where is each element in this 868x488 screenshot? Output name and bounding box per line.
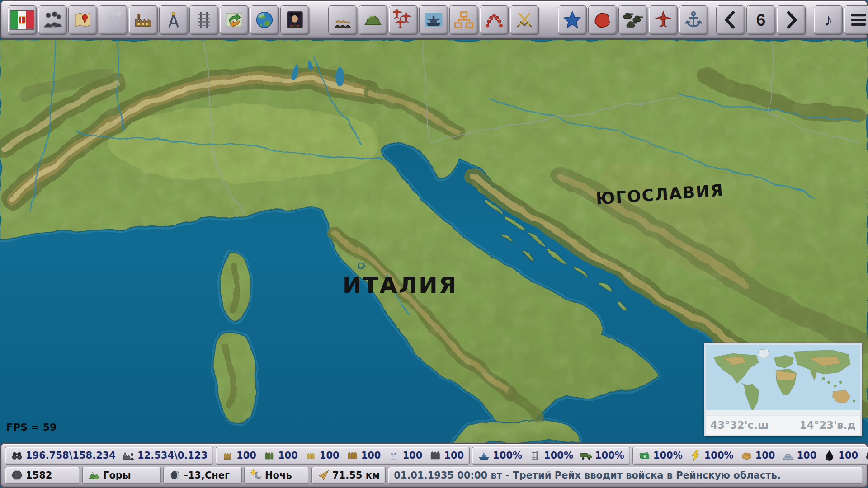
units-button[interactable]: [618, 5, 647, 34]
air-group-button[interactable]: [649, 5, 678, 34]
distance-segment: 71.55 км: [311, 467, 386, 484]
distance-icon: [317, 469, 330, 481]
coordinate-longitude: 14°23'в.д: [800, 419, 856, 431]
stone-icon: [11, 469, 23, 481]
commander-portrait-icon: [284, 9, 305, 30]
turn-prev-button[interactable]: [716, 5, 745, 34]
army-button[interactable]: [328, 5, 357, 34]
stone-stat: 1582: [11, 469, 52, 481]
trade-button[interactable]: [220, 5, 249, 34]
food-value: 100: [755, 450, 775, 461]
road-transport-stat: 100%: [580, 450, 624, 462]
region-blob-icon: [592, 9, 613, 30]
manpower-stat: 196.758\158.234: [11, 450, 116, 462]
electricity-value: 100%: [704, 450, 734, 461]
railway-icon: [193, 9, 214, 30]
italy-flag-icon: [10, 10, 34, 29]
rifle-ammo-icon: [222, 450, 234, 462]
planes-icon: [393, 9, 414, 30]
chevron-left-icon: [720, 9, 741, 30]
commander-button[interactable]: [280, 5, 309, 34]
people-icon: [42, 9, 63, 30]
naval-shells-stat: 100: [387, 450, 422, 462]
distance-stat: 71.55 км: [317, 469, 380, 481]
railways-button[interactable]: [189, 5, 218, 34]
country-label-italy: ИТАЛИЯ: [343, 272, 458, 298]
trade-arrows-icon: [224, 9, 245, 30]
green-shells-icon: [263, 450, 275, 462]
heavy-shells-value: 100: [444, 450, 464, 461]
engineering-button[interactable]: [159, 5, 188, 34]
crossed-tools-icon: [103, 9, 123, 30]
compass-icon: [163, 9, 184, 30]
chevron-right-icon: [781, 9, 802, 30]
railway-icon: [529, 450, 541, 462]
political-map-button[interactable]: [68, 5, 97, 34]
status-row-province: 1582 Горы -13,Снег Ночь: [5, 467, 863, 484]
yellow-bullets-stat: 100: [305, 450, 340, 462]
savoy-crest-icon: [19, 16, 26, 24]
truck-icon: [580, 450, 592, 462]
time-of-day-stat: Ночь: [250, 469, 292, 481]
weather-segment: -13,Снег: [163, 467, 242, 484]
rifle-ammo-value: 100: [236, 450, 256, 461]
turn-counter-button[interactable]: 6: [746, 5, 775, 34]
naval-shells-value: 100: [402, 450, 422, 461]
terrain-stat: Горы: [88, 469, 131, 481]
fps-counter: FPS = 59: [6, 422, 57, 433]
time-of-day-value: Ночь: [265, 470, 292, 481]
mountain-icon: [88, 469, 100, 481]
naval-base-button[interactable]: [679, 5, 708, 34]
rail-transport-stat: 100%: [529, 450, 573, 462]
music-button[interactable]: ♪: [814, 5, 843, 34]
menu-button[interactable]: [844, 5, 868, 34]
green-shells-value: 100: [278, 450, 298, 461]
battles-button[interactable]: [510, 5, 539, 34]
electricity-icon: [689, 450, 702, 462]
industry-manpower-stat: 12.534\0.123: [123, 450, 208, 462]
tanks-icon: [623, 9, 643, 30]
warship-icon: [423, 9, 444, 30]
food-icon: [741, 450, 753, 462]
province-button[interactable]: [588, 5, 617, 34]
turn-next-button[interactable]: [777, 5, 806, 34]
game-screen: 6 ♪: [0, 0, 868, 488]
industry-manpower-icon: [123, 450, 135, 462]
naval-shells-icon: [387, 450, 400, 462]
green-shells-stat: 100: [263, 450, 298, 462]
population-button[interactable]: [38, 5, 67, 34]
country-flag-button[interactable]: [8, 5, 37, 34]
helmet-icon: [363, 9, 383, 30]
star-icon: [562, 9, 583, 30]
heavy-shells-stat: 100: [429, 450, 464, 462]
minimap-panel[interactable]: 43°32'с.ш 14°23'в.д: [704, 343, 862, 436]
transport-ship-icon: [478, 450, 490, 462]
world-button[interactable]: [250, 5, 279, 34]
rifle-ammo-stat: 100: [222, 450, 256, 462]
industry-button[interactable]: [129, 5, 158, 34]
temperature-icon: [169, 469, 181, 481]
hamburger-menu-icon: [848, 9, 868, 30]
soldiers-icon: [332, 9, 353, 30]
money-stat: 100%: [638, 450, 683, 462]
ammunition-segment: 100 100 100 100 100: [216, 447, 470, 465]
navy-button[interactable]: [419, 5, 448, 34]
aviation-button[interactable]: [389, 5, 418, 34]
sea-transport-stat: 100%: [478, 450, 522, 462]
resources-button[interactable]: [99, 5, 127, 34]
map-viewport[interactable]: ИТАЛИЯ ЮГОСЛАВИЯ FPS = 59: [0, 40, 868, 443]
music-note-icon: ♪: [824, 12, 833, 28]
org-chart-icon: [453, 9, 474, 30]
steel-stat: 100: [782, 450, 816, 462]
red-beads-icon: [484, 9, 505, 30]
favorites-button[interactable]: [558, 5, 587, 34]
supply-button[interactable]: [480, 5, 509, 34]
infantry-button[interactable]: [359, 5, 387, 34]
artillery-shells-icon: [346, 450, 359, 462]
command-structure-button[interactable]: [449, 5, 478, 34]
coordinate-latitude: 43°32'с.ш: [710, 419, 769, 431]
steel-icon: [782, 450, 794, 462]
terrain-value: Горы: [103, 470, 131, 481]
yellow-bullets-icon: [305, 450, 317, 462]
top-toolbar: 6 ♪: [0, 0, 868, 40]
